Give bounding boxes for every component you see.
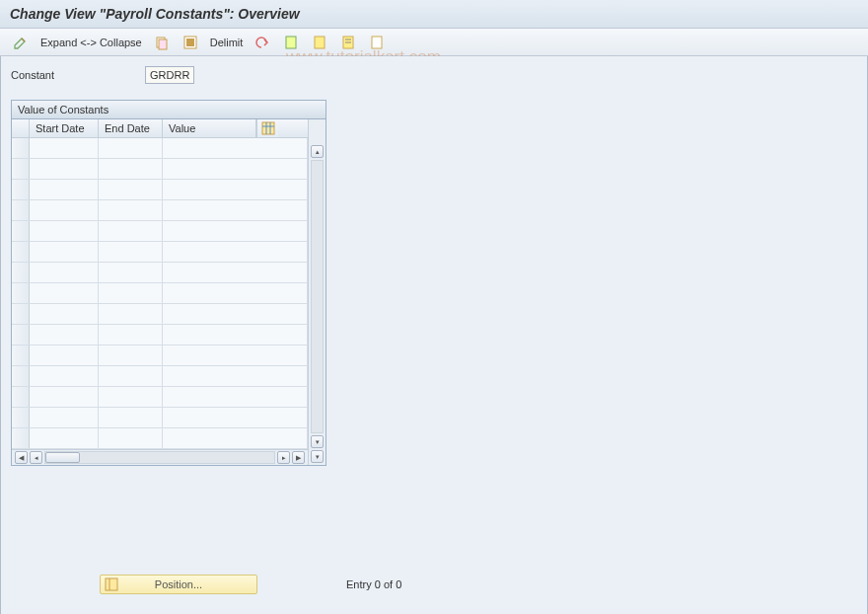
row-select-button[interactable] <box>12 138 30 158</box>
scroll-up-button[interactable]: ▴ <box>311 145 324 158</box>
cell-start-date[interactable] <box>30 242 99 262</box>
doc4-button[interactable] <box>364 32 390 53</box>
select-all-button[interactable] <box>178 32 203 53</box>
cell-value[interactable] <box>163 283 308 303</box>
row-select-button[interactable] <box>12 304 30 324</box>
table-row <box>12 283 308 304</box>
cell-end-date[interactable] <box>99 345 163 365</box>
cell-end-date[interactable] <box>99 366 163 386</box>
cell-start-date[interactable] <box>30 345 99 365</box>
row-select-button[interactable] <box>12 283 30 303</box>
hscroll-track[interactable] <box>44 451 275 464</box>
cell-end-date[interactable] <box>99 325 163 345</box>
column-header-value[interactable]: Value <box>163 119 256 137</box>
cell-value[interactable] <box>163 345 308 365</box>
cell-value[interactable] <box>163 408 308 427</box>
vscroll-track[interactable] <box>311 160 324 433</box>
row-select-button[interactable] <box>12 387 30 407</box>
change-button[interactable] <box>8 32 34 53</box>
table-row <box>12 159 308 180</box>
cell-value[interactable] <box>163 263 308 282</box>
scroll-down-last-button[interactable]: ▾ <box>311 450 324 463</box>
cell-end-date[interactable] <box>99 428 163 448</box>
cell-start-date[interactable] <box>30 428 99 448</box>
select-all-icon <box>182 35 198 50</box>
delimit-label[interactable]: Delimit <box>210 37 244 48</box>
column-header-start-date[interactable]: Start Date <box>30 119 99 137</box>
row-select-button[interactable] <box>12 159 30 179</box>
cell-value[interactable] <box>163 159 308 179</box>
cell-value[interactable] <box>163 428 308 448</box>
entry-status-text: Entry 0 of 0 <box>346 578 401 590</box>
cell-start-date[interactable] <box>30 138 99 158</box>
scroll-right-button[interactable]: ▸ <box>277 451 290 464</box>
cell-start-date[interactable] <box>30 387 99 407</box>
undo-button[interactable] <box>250 32 275 53</box>
cell-start-date[interactable] <box>30 159 99 179</box>
cell-value[interactable] <box>163 200 308 220</box>
svg-rect-9 <box>372 37 382 48</box>
constant-input[interactable] <box>145 66 194 84</box>
cell-end-date[interactable] <box>99 180 163 199</box>
doc1-button[interactable] <box>278 32 304 53</box>
scroll-right-last-button[interactable]: ▶ <box>292 451 305 464</box>
scroll-left-first-button[interactable]: ◀ <box>15 451 28 464</box>
cell-value[interactable] <box>163 366 308 386</box>
row-select-button[interactable] <box>12 242 30 262</box>
cell-value[interactable] <box>163 387 308 407</box>
hscroll-thumb[interactable] <box>45 452 80 463</box>
cell-end-date[interactable] <box>99 304 163 324</box>
row-select-button[interactable] <box>12 345 30 365</box>
row-select-button[interactable] <box>12 408 30 427</box>
row-select-button[interactable] <box>12 180 30 199</box>
cell-start-date[interactable] <box>30 263 99 282</box>
configure-columns-button[interactable] <box>256 119 278 137</box>
cell-start-date[interactable] <box>30 408 99 427</box>
footer-row: Position... Entry 0 of 0 <box>100 575 401 594</box>
row-select-button[interactable] <box>12 325 30 345</box>
cell-end-date[interactable] <box>99 408 163 427</box>
cell-start-date[interactable] <box>30 200 99 220</box>
doc3-button[interactable] <box>335 32 361 53</box>
cell-value[interactable] <box>163 304 308 324</box>
cell-value[interactable] <box>163 325 308 345</box>
row-select-button[interactable] <box>12 366 30 386</box>
content-area: Constant Value of Constants Start Date E… <box>0 56 868 614</box>
cell-end-date[interactable] <box>99 263 163 282</box>
cell-value[interactable] <box>163 242 308 262</box>
row-select-button[interactable] <box>12 200 30 220</box>
cell-value[interactable] <box>163 180 308 199</box>
row-select-button[interactable] <box>12 221 30 241</box>
table-row <box>12 200 308 221</box>
undo-icon <box>254 35 270 50</box>
cell-start-date[interactable] <box>30 283 99 303</box>
page-yellow-icon <box>312 35 327 50</box>
cell-end-date[interactable] <box>99 159 163 179</box>
cell-end-date[interactable] <box>99 283 163 303</box>
row-select-button[interactable] <box>12 428 30 448</box>
position-button[interactable]: Position... <box>100 575 257 594</box>
scroll-down-button[interactable]: ▾ <box>311 435 324 448</box>
cell-end-date[interactable] <box>99 242 163 262</box>
cell-start-date[interactable] <box>30 325 99 345</box>
cell-start-date[interactable] <box>30 221 99 241</box>
select-all-header[interactable] <box>12 119 30 137</box>
cell-end-date[interactable] <box>99 221 163 241</box>
cell-end-date[interactable] <box>99 138 163 158</box>
scroll-left-button[interactable]: ◂ <box>30 451 42 464</box>
column-header-end-date[interactable]: End Date <box>99 119 163 137</box>
copy-button[interactable] <box>149 32 175 53</box>
expand-collapse-label[interactable]: Expand <-> Collapse <box>40 37 142 48</box>
cell-end-date[interactable] <box>99 200 163 220</box>
svg-rect-14 <box>106 578 117 590</box>
doc2-button[interactable] <box>307 32 332 53</box>
table-row <box>12 138 308 159</box>
cell-value[interactable] <box>163 221 308 241</box>
cell-value[interactable] <box>163 138 308 158</box>
cell-start-date[interactable] <box>30 304 99 324</box>
row-select-button[interactable] <box>12 263 30 282</box>
cell-start-date[interactable] <box>30 366 99 386</box>
table-settings-icon <box>261 121 275 135</box>
cell-end-date[interactable] <box>99 387 163 407</box>
cell-start-date[interactable] <box>30 180 99 199</box>
